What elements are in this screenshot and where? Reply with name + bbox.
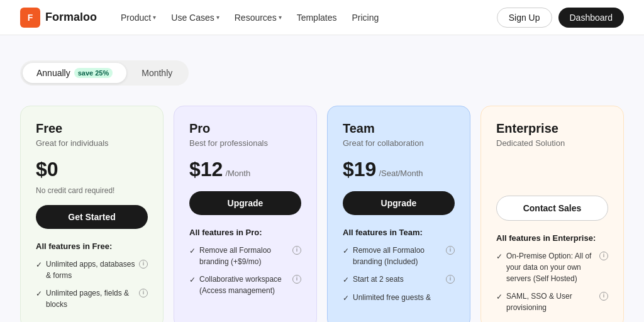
price-amount-team: $19	[343, 158, 376, 181]
feature-text: Start at 2 seats	[353, 274, 442, 285]
check-icon: ✓	[343, 292, 349, 304]
feature-text: SAML, SSO & User provisioning	[506, 291, 596, 313]
price-amount-free: $0	[36, 158, 58, 181]
plan-name-enterprise: Enterprise	[496, 121, 608, 136]
info-icon[interactable]: i	[599, 252, 608, 260]
plan-name-team: Team	[343, 121, 455, 136]
check-icon: ✓	[343, 274, 349, 286]
toggle-annually[interactable]: Annually save 25%	[23, 63, 126, 83]
features-list-free: ✓ Unlimited apps, databases & forms i ✓ …	[36, 258, 148, 310]
annually-label: Annually	[36, 68, 70, 78]
nav-link-templates[interactable]: Templates	[291, 9, 343, 26]
features-header-pro: All features in Pro:	[189, 228, 301, 237]
price-note-free: No credit card required!	[36, 186, 148, 195]
plan-price-pro: $12 /Month	[189, 158, 301, 181]
plan-tagline-enterprise: Dedicated Solution	[496, 138, 608, 148]
plan-card-pro: Pro Best for professionals $12 /Month Up…	[174, 106, 317, 322]
logo[interactable]: F Formaloo	[20, 8, 97, 28]
check-icon: ✓	[36, 288, 42, 299]
info-icon[interactable]: i	[139, 260, 148, 269]
logo-text: Formaloo	[45, 11, 97, 24]
feature-item: ✓ Unlimited apps, databases & forms i	[36, 258, 148, 281]
features-header-free: All features in Free:	[36, 242, 148, 251]
features-list-enterprise: ✓ On-Premise Option: All of your data on…	[496, 250, 608, 313]
billing-toggle[interactable]: Annually save 25% Monthly	[20, 60, 189, 86]
info-icon[interactable]: i	[446, 275, 455, 284]
upgrade-button-pro[interactable]: Upgrade	[189, 191, 301, 215]
feature-text: Unlimited pages, fields & blocks	[46, 287, 135, 310]
info-icon[interactable]: i	[446, 246, 455, 255]
contact-sales-button[interactable]: Contact Sales	[496, 196, 608, 221]
plan-price-team: $19 /Seat/Month	[343, 158, 455, 181]
feature-item: ✓ Remove all Formaloo branding (+$9/mo) …	[189, 245, 301, 267]
info-icon[interactable]: i	[599, 292, 608, 301]
navbar: F Formaloo Product ▾ Use Cases ▾ Resourc…	[0, 0, 644, 35]
info-icon[interactable]: i	[139, 289, 148, 297]
features-list-team: ✓ Remove all Formaloo branding (Included…	[343, 245, 455, 304]
feature-text: Unlimited apps, databases & forms	[46, 258, 135, 281]
price-period-team: /Seat/Month	[379, 169, 423, 178]
feature-item: ✓ On-Premise Option: All of your data on…	[496, 250, 608, 284]
chevron-down-icon: ▾	[279, 14, 282, 21]
feature-text: Remove all Formaloo branding (Included)	[353, 245, 442, 267]
plan-tagline-pro: Best for professionals	[189, 138, 301, 148]
feature-item: ✓ Unlimited free guests &	[343, 292, 455, 304]
signup-button[interactable]: Sign Up	[497, 8, 552, 28]
upgrade-button-team[interactable]: Upgrade	[343, 191, 455, 215]
check-icon: ✓	[189, 245, 196, 257]
feature-text: Remove all Formaloo branding (+$9/mo)	[199, 245, 289, 267]
chevron-down-icon: ▾	[216, 14, 219, 21]
nav-right: Sign Up Dashboard	[497, 8, 624, 28]
plans-grid: Free Great for individuals $0 No credit …	[20, 106, 624, 322]
info-icon[interactable]: i	[292, 275, 301, 284]
nav-link-product[interactable]: Product ▾	[114, 9, 162, 26]
feature-item: ✓ SAML, SSO & User provisioning i	[496, 291, 608, 313]
price-amount-pro: $12	[189, 158, 223, 181]
save-badge: save 25%	[74, 68, 113, 78]
get-started-button[interactable]: Get Started	[36, 205, 148, 229]
plan-card-team: Team Great for collaboration $19 /Seat/M…	[327, 106, 470, 322]
features-list-pro: ✓ Remove all Formaloo branding (+$9/mo) …	[189, 245, 301, 296]
feature-text: On-Premise Option: All of your data on y…	[506, 250, 596, 284]
check-icon: ✓	[36, 259, 42, 270]
check-icon: ✓	[189, 274, 196, 286]
nav-link-resources[interactable]: Resources ▾	[228, 9, 288, 26]
check-icon: ✓	[496, 251, 502, 262]
feature-item: ✓ Collaborative workspace (Access manage…	[189, 274, 301, 296]
plan-price-free: $0	[36, 158, 148, 181]
pricing-page: Annually save 25% Monthly Free Great for…	[0, 35, 644, 322]
toggle-monthly[interactable]: Monthly	[128, 63, 186, 83]
dashboard-button[interactable]: Dashboard	[558, 8, 625, 28]
feature-text: Collaborative workspace (Access manageme…	[199, 274, 289, 296]
nav-link-pricing[interactable]: Pricing	[345, 9, 385, 26]
nav-link-use-cases[interactable]: Use Cases ▾	[165, 9, 225, 26]
features-header-team: All features in Team:	[343, 228, 455, 237]
logo-icon: F	[20, 8, 40, 28]
feature-item: ✓ Remove all Formaloo branding (Included…	[343, 245, 455, 267]
feature-item: ✓ Start at 2 seats i	[343, 274, 455, 286]
enterprise-price-spacer	[496, 155, 608, 186]
plan-card-enterprise: Enterprise Dedicated Solution Contact Sa…	[480, 106, 624, 322]
plan-name-pro: Pro	[189, 121, 301, 136]
info-icon[interactable]: i	[292, 246, 301, 255]
nav-left: F Formaloo Product ▾ Use Cases ▾ Resourc…	[20, 8, 385, 28]
features-header-enterprise: All features in Enterprise:	[496, 233, 608, 243]
plan-name-free: Free	[36, 121, 148, 136]
plan-tagline-team: Great for collaboration	[343, 138, 455, 148]
plan-card-free: Free Great for individuals $0 No credit …	[20, 106, 164, 322]
nav-links: Product ▾ Use Cases ▾ Resources ▾ Templa…	[114, 9, 385, 26]
plan-tagline-free: Great for individuals	[36, 138, 148, 148]
check-icon: ✓	[343, 245, 349, 257]
price-period-pro: /Month	[225, 169, 250, 178]
chevron-down-icon: ▾	[153, 14, 156, 21]
check-icon: ✓	[496, 291, 502, 303]
monthly-label: Monthly	[142, 68, 172, 78]
feature-text: Unlimited free guests &	[353, 292, 455, 303]
feature-item: ✓ Unlimited pages, fields & blocks i	[36, 287, 148, 310]
